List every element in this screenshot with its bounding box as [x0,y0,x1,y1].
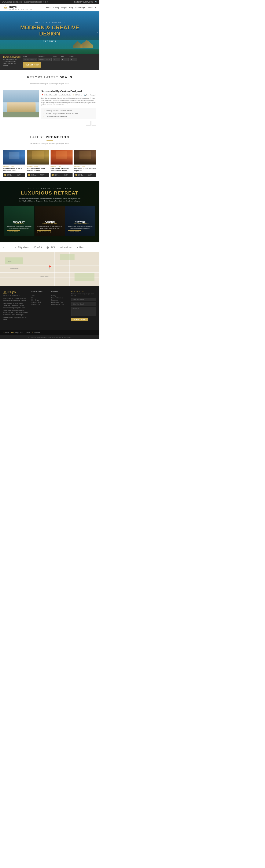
footer-col3-title: Contact [51,290,68,293]
promo-tags-1: Education - Travel [3,165,25,167]
email-link[interactable]: support@emails.com [24,1,42,3]
google-plus-label: Google Plus [15,332,23,333]
footer-col-links-1: Error Page About Blog Blog Single Catego… [31,290,48,321]
nav-about[interactable]: About Page [75,6,85,9]
promo-title-4: Wexisting Out Of Things Is Important [74,167,96,172]
map-section: Whiskery Royal Game House Royal Academy … [0,252,99,286]
retreat-card-function-desc: A Responsive Online Shopping website can… [37,225,62,229]
promo-tags-4: Education - Travel [74,165,96,167]
hero-next-arrow[interactable]: › [97,31,98,34]
svg-rect-10 [60,254,75,260]
deal-airline: ✈ US Airlines [73,94,82,96]
retreat-card-function: Function ROOMS & FACILITIES A Responsive… [35,206,64,236]
logo-icon [3,5,8,10]
deals-desc: Aenean commodo ligula eget lacin piscing… [3,83,96,85]
website-link[interactable]: www.mukan-studio.com [2,1,22,3]
retreat-card-spa-desc: A Responsive Online Shopping website can… [7,225,31,229]
hero-section: LOVE IS ALL YOU NEED MODERN & CREATIVE D… [0,11,99,54]
footer-logo-sub: RESORT & SPA HOTEL [3,295,28,296]
promo-tag-sep-4: - [81,165,81,167]
arrival-input[interactable] [23,58,37,61]
enter-word-placeholder[interactable]: ENTER YOUR WORD [74,1,93,3]
search-icon[interactable]: 🔍 [95,1,97,3]
hero-title-accent: DESIGN [39,30,60,37]
retreat-card-activities: Activities & MEXICO EXCURSIONS A Respons… [65,206,95,236]
promo-image-3 [51,150,73,164]
airline-icon: ✈ [73,94,75,96]
view-photo-button[interactable]: VIEW PHOTO [40,39,59,43]
promo-author-icon-3 [52,174,54,176]
booking-submit-button[interactable]: SUBMIT NOW [23,62,41,68]
footer-email-input[interactable] [71,302,97,306]
adults-label: Adults [53,56,60,57]
social-skype[interactable]: S Skype [3,331,9,334]
promo-tag-travel-3: Travel [58,165,61,167]
footer-link-home-full[interactable]: Home Full Screen [51,297,68,299]
footer-link-blog[interactable]: Blog [31,297,48,299]
retreat-card-spa-btn[interactable]: READ MORE [7,230,20,234]
promo-tag-travel-1: Travel [10,165,14,167]
kids-input[interactable] [61,58,69,61]
svg-text:Royal Academy of Arts: Royal Academy of Arts [10,268,19,269]
promo-tag-travel-2: Travel [34,165,38,167]
footer-link-gallery[interactable]: Gallery [51,295,68,297]
retreat-card-function-btn[interactable]: READ MORE [37,230,51,234]
deal-description: Duis at ante nec neque rhoncus pretium. … [41,97,96,106]
footer-link-category-list[interactable]: Category List [31,304,48,305]
retreat-card-spa-title: Private Spa [7,221,31,223]
booking-bar: BOOK A RESORT We're in the business of e… [0,54,99,70]
retreat-card-activities-btn[interactable]: READ MORE [68,230,81,234]
partner-logos: ✓ Aitynikon JO◎SA ⬤ LIVA. Ainexhost ⊕ li… [4,246,96,249]
deals-divider [47,81,53,81]
rooms-field: Rooms [70,56,77,61]
rooms-input[interactable] [70,58,77,61]
footer-link-left-sidebar[interactable]: Left Sidebar Page [51,301,68,303]
footer-link-right-sidebar[interactable]: Right Sidebar Page [51,304,68,305]
footer-link-about[interactable]: About [31,295,48,297]
adults-field: Adults [53,56,60,61]
logo-sub: RESORT & SPA HOTEL [9,8,32,10]
deal-feature-1: ✓ Free High Speed Wi-Fi Internal in Room [43,110,94,112]
location-icon: 📍 [41,94,43,96]
twitter-icon[interactable]: t [45,1,46,3]
adults-input[interactable] [53,58,60,61]
social-twitter[interactable]: t Twitter [25,331,30,334]
footer-link-blog-single[interactable]: Blog Single [31,299,48,301]
map-pin[interactable]: 📍 [47,265,52,270]
linkedin-icon[interactable]: in [47,1,48,3]
nav-blog[interactable]: Blog [69,6,73,9]
promo-author-bar-1: JOHN KELLER 25 SEP 2014 [3,173,25,177]
retreat-card-function-subtitle: ROOMS & FACILITIES [37,223,62,224]
footer-link-packages[interactable]: Packages [51,299,68,301]
deal-next-button[interactable]: › [91,121,96,126]
promo-tag-sep-3: - [57,165,57,167]
partners-next-arrow[interactable]: › [95,246,96,249]
footer-link-category-grid[interactable]: Category Grid [31,301,48,303]
deal-prev-button[interactable]: ‹ [86,121,90,126]
footer-message-input[interactable] [71,307,97,316]
footer-col-about: Rays RESORT & SPA HOTEL Ut wisi enim ad … [3,290,28,321]
footer-submit-button[interactable]: SUBMIT NOW [71,318,88,321]
nav-gallery[interactable]: Gallery [53,6,59,9]
promo-tag-education-3: Education [51,165,56,167]
deal-info: Surrounded By Custom Designed 📍 22 Stree… [41,90,96,126]
deal-feature-2: ✓ In Room Dining is Available 00:00 PM -… [43,112,94,115]
svg-text:Whiskery: Whiskery [8,261,11,262]
promo-tag-travel-4: Travel [82,165,85,167]
nav-contact[interactable]: Contact Us [87,6,96,9]
partner-liva: ⬤ LIVA. [47,246,56,249]
deal-title: Surrounded By Custom Designed [41,90,96,93]
departure-input[interactable] [38,58,52,61]
promotion-header: LATEST PROMOTION Aenean commodo ligula e… [0,130,99,147]
footer-contact-title: CONTACT US [71,290,97,292]
facebook-icon[interactable]: f [44,1,44,3]
social-google-plus[interactable]: G+ Google Plus [11,331,22,334]
social-facebook[interactable]: f Facebook [32,331,40,334]
promotion-grid: Education - Travel Merry Fishmas At S E … [3,150,96,177]
nav-pages[interactable]: Pages [61,6,67,9]
footer-name-input[interactable] [71,298,97,301]
nav-home[interactable]: Home [46,6,51,9]
copyright-bar: © Copyright 2014 | All Rights Reserved |… [0,335,99,339]
footer-bottom: S Skype G+ Google Plus t Twitter f Faceb… [0,330,99,335]
deal-features: ✓ Free High Speed Wi-Fi Internal in Room… [41,108,96,119]
